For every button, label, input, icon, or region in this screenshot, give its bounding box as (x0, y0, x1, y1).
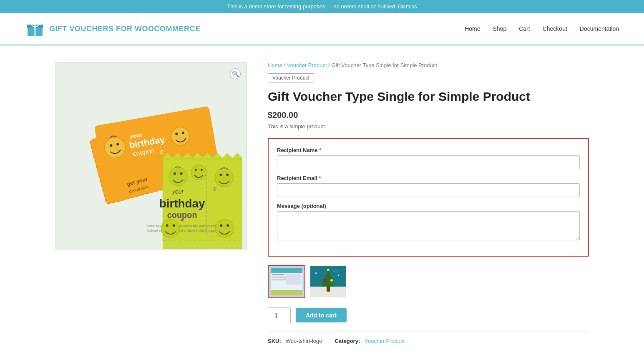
product-price: $200.00 (268, 110, 589, 120)
logo-area: GIFT VOUCHERS FOR WOOCOMMERCE (25, 19, 201, 39)
meta-row: SKU: Woo-tshirt-logo Category: Voucher P… (268, 338, 589, 344)
svg-rect-53 (286, 274, 301, 285)
svg-text:★: ★ (337, 274, 340, 277)
category-label: Category: (335, 338, 360, 344)
banner-text: This is a demo store for testing purpose… (227, 3, 396, 10)
svg-rect-49 (271, 268, 302, 273)
svg-text:Addi sed eiusmod incididunt ut: Addi sed eiusmod incididunt ut labore et… (147, 229, 218, 232)
nav-home[interactable]: Home (465, 25, 480, 32)
message-field: Message (optional) (277, 203, 580, 242)
breadcrumb-sep1: / (284, 62, 287, 68)
svg-point-26 (174, 172, 176, 175)
product-details: Home / Voucher Product / Gift Voucher Ty… (268, 62, 589, 344)
zoom-icon[interactable]: 🔍 (230, 68, 241, 79)
voucher-illustration: code get your promotion (55, 62, 247, 249)
svg-point-27 (180, 172, 183, 175)
sku-section: SKU: Woo-tshirt-logo (268, 338, 322, 344)
recipient-name-field: Recipient Name * (277, 147, 580, 169)
thumbnail-row: ★ ★ ★ ... (268, 265, 589, 298)
category-section: Category: Voucher Product (335, 338, 405, 344)
category-badge: Voucher Product (268, 73, 314, 82)
thumb-1-inner (269, 266, 304, 297)
message-label: Message (optional) (277, 203, 580, 209)
svg-point-43 (226, 224, 229, 227)
gift-form: Recipient Name * Recipient Email * Messa… (268, 138, 589, 257)
product-meta: SKU: Woo-tshirt-logo Category: Voucher P… (268, 332, 589, 344)
svg-point-30 (201, 169, 203, 171)
svg-point-41 (215, 219, 234, 237)
svg-text:Lorem ipsum dolor sit amet, co: Lorem ipsum dolor sit amet, consectetur … (147, 224, 217, 227)
nav-shop[interactable]: Shop (493, 25, 507, 32)
product-main-image: 🔍 code get your promotion (55, 62, 247, 250)
svg-text:ε: ε (213, 185, 217, 193)
recipient-name-input[interactable] (277, 155, 580, 169)
main-content: 🔍 code get your promotion (30, 45, 614, 361)
svg-text:...: ... (335, 268, 338, 272)
message-textarea[interactable] (277, 211, 580, 240)
nav-cart[interactable]: Cart (519, 25, 530, 32)
svg-text:★: ★ (314, 271, 317, 275)
main-nav: Home Shop Cart Checkout Documentation (465, 25, 619, 32)
thumbnail-2[interactable]: ★ ★ ★ ... (309, 265, 347, 298)
required-marker: * (319, 147, 321, 153)
nav-checkout[interactable]: Checkout (543, 25, 567, 32)
svg-point-36 (181, 219, 184, 221)
top-banner: This is a demo store for testing purpose… (0, 0, 644, 13)
sku-label: SKU: (268, 338, 281, 344)
nav-documentation[interactable]: Documentation (580, 25, 619, 32)
svg-point-45 (166, 224, 169, 227)
recipient-email-field: Recipient Email * (277, 175, 580, 197)
svg-point-29 (195, 169, 197, 171)
recipient-email-label: Recipient Email * (277, 175, 580, 181)
svg-point-46 (173, 224, 175, 227)
product-description: This is a simple product. (268, 123, 589, 130)
product-title: Gift Voucher Type Single for Simple Prod… (268, 88, 589, 105)
breadcrumb-current: Gift Voucher Type Single for Simple Prod… (332, 62, 437, 68)
svg-point-39 (226, 174, 229, 176)
svg-rect-50 (272, 274, 284, 275)
svg-point-42 (220, 224, 222, 227)
svg-text:coupon: coupon (167, 210, 197, 220)
breadcrumb: Home / Voucher Product / Gift Voucher Ty… (268, 62, 589, 68)
breadcrumb-sep2: / (328, 62, 331, 68)
svg-point-64 (330, 279, 333, 282)
svg-rect-61 (327, 287, 330, 292)
svg-text:birthday: birthday (159, 197, 205, 210)
add-to-cart-button[interactable]: Add to cart (296, 308, 347, 322)
logo-icon (25, 19, 45, 39)
thumbnail-1[interactable] (268, 265, 305, 298)
recipient-name-label: Recipient Name * (277, 147, 580, 153)
category-value[interactable]: Voucher Product (365, 338, 405, 344)
svg-point-63 (324, 279, 326, 282)
logo-text: GIFT VOUCHERS FOR WOOCOMMERCE (49, 25, 201, 33)
banner-dismiss-link[interactable]: Dismiss (398, 3, 417, 10)
svg-rect-52 (272, 279, 287, 280)
svg-point-62 (327, 269, 330, 271)
product-image-area: 🔍 code get your promotion (55, 62, 247, 344)
site-header: GIFT VOUCHERS FOR WOOCOMMERCE Home Shop … (0, 13, 644, 45)
sku-value: Woo-tshirt-logo (286, 338, 322, 344)
svg-point-44 (161, 219, 180, 237)
svg-point-38 (219, 174, 222, 176)
breadcrumb-voucher-product[interactable]: Voucher Product (287, 62, 327, 68)
recipient-email-input[interactable] (277, 183, 580, 197)
thumb-2-inner: ★ ★ ★ ... (310, 266, 346, 297)
breadcrumb-home[interactable]: Home (268, 62, 282, 68)
svg-text:your: your (172, 188, 184, 195)
svg-rect-54 (271, 290, 302, 295)
required-marker2: * (319, 175, 321, 181)
quantity-input[interactable]: 1 (268, 307, 291, 323)
add-to-cart-row: 1 Add to cart (268, 307, 589, 323)
